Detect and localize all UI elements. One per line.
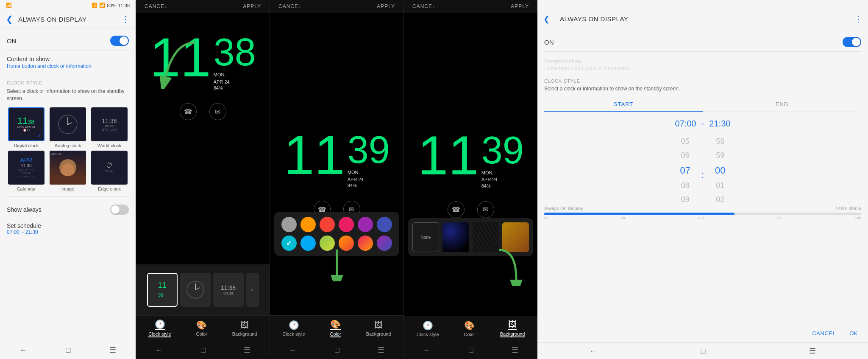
- nav-home-right[interactable]: □: [701, 347, 706, 356]
- nav-recent-p2[interactable]: ☰: [378, 345, 384, 355]
- color-cyan[interactable]: [281, 236, 297, 251]
- phone-icon-phone-3: ☎: [448, 201, 465, 218]
- content-to-show: Content to show Home button and clock or…: [7, 50, 129, 76]
- clock-day-1: MON, APR 24: [214, 71, 256, 85]
- toolbar-clock-style-3[interactable]: 🕐 Clock style: [416, 320, 439, 337]
- tab-end[interactable]: END: [703, 98, 861, 112]
- nav-back-right[interactable]: ←: [590, 347, 597, 356]
- back-icon[interactable]: ❮: [6, 14, 13, 24]
- time-dash: -: [701, 119, 704, 129]
- nav-back[interactable]: ←: [19, 346, 27, 355]
- clock-item-world[interactable]: 11:38 03:38 NYC · LON World clock: [90, 107, 129, 148]
- color-gray[interactable]: [281, 217, 297, 232]
- nav-bar-phone-3: ← □ ☰: [404, 341, 537, 359]
- toolbar-background-2[interactable]: 🖼 Background: [366, 320, 391, 337]
- settings-header: ❮ ALWAYS ON DISPLAY ⋮: [0, 11, 136, 28]
- right-ok-btn[interactable]: OK: [846, 328, 861, 338]
- color-pink[interactable]: [339, 217, 354, 232]
- apply-btn-1[interactable]: APPLY: [243, 3, 261, 9]
- right-on-toggle[interactable]: [843, 37, 861, 47]
- bg-none[interactable]: None: [412, 222, 439, 252]
- nav-recent-p3[interactable]: ☰: [512, 345, 518, 355]
- right-header: ❮ ALWAYS ON DISPLAY ⋮: [537, 8, 868, 30]
- clock-item-digital[interactable]: 1138 MON APR 24 ⏰ ✉ ✓ Digital clock: [7, 107, 46, 148]
- color-orange[interactable]: [300, 217, 316, 232]
- carousel-item-3[interactable]: 11:38 03:38: [213, 273, 244, 307]
- nav-recent-p1[interactable]: ☰: [244, 345, 250, 355]
- cancel-btn-2[interactable]: CANCEL: [278, 3, 302, 9]
- status-bar: 📶 📶 📶 80% 11:38: [0, 0, 136, 11]
- nav-home-p2[interactable]: □: [335, 346, 339, 355]
- toolbar-color-3[interactable]: 🎨 Color: [464, 320, 475, 337]
- clock-right-2: 39 MON, APR 24 84%: [348, 131, 390, 188]
- clock-item-image[interactable]: APR 24 Image: [48, 151, 87, 191]
- nav-recent[interactable]: ☰: [109, 345, 116, 355]
- toolbar-color-2[interactable]: 🎨 Color: [330, 319, 341, 337]
- tab-start[interactable]: START: [544, 98, 703, 112]
- svg-line-7: [195, 288, 200, 290]
- toolbar-background-3[interactable]: 🖼 Background: [500, 320, 525, 337]
- phone-panel-3: CANCEL APPLY 11 39 MON, APR 24 84% ☎ ✉ N…: [403, 0, 537, 359]
- time-end-display: 21:30: [709, 119, 730, 129]
- carousel-item-1[interactable]: 1138: [147, 273, 178, 307]
- schedule-label: Set schedule: [7, 222, 129, 229]
- right-panel: ❮ ALWAYS ON DISPLAY ⋮ ON Content to show…: [537, 0, 868, 359]
- phone-screen-3: 11 39 MON, APR 24 84% ☎ ✉ None: [404, 13, 537, 316]
- toolbar-clock-style-2[interactable]: 🕐 Clock style: [282, 320, 305, 337]
- clock-thumb-analog: [50, 107, 86, 141]
- clock-thumb-image: APR 24: [50, 151, 86, 185]
- nav-home-p1[interactable]: □: [201, 346, 206, 355]
- nav-back-p1[interactable]: ←: [155, 346, 163, 355]
- color-purple[interactable]: [358, 217, 373, 232]
- color-red[interactable]: [320, 217, 335, 232]
- right-bottom-buttons: CANCEL OK: [537, 324, 868, 342]
- green-arrow-3: [491, 248, 525, 286]
- color-pink-grad[interactable]: [358, 236, 373, 251]
- phone-top-bar-1: CANCEL APPLY: [136, 0, 270, 13]
- clock-item-analog[interactable]: Analog clock: [48, 107, 87, 148]
- nav-home-p3[interactable]: □: [469, 346, 473, 355]
- clock-right-3: 39 MON, APR 24 84%: [481, 131, 524, 188]
- nav-recent-right[interactable]: ☰: [809, 346, 816, 356]
- color-indigo[interactable]: [377, 217, 392, 232]
- apply-btn-3[interactable]: APPLY: [511, 3, 529, 9]
- minutes-column[interactable]: 58 59 00 01 02: [707, 135, 733, 202]
- on-toggle-switch[interactable]: [110, 36, 129, 46]
- right-more-icon[interactable]: ⋮: [854, 14, 862, 24]
- content-section-link[interactable]: Home button and clock or information: [7, 63, 129, 69]
- toolbar-background-1[interactable]: 🖼 Background: [232, 320, 257, 337]
- more-icon[interactable]: ⋮: [121, 14, 130, 24]
- phone-screen-1: 11 38 MON, APR 24 84% ☎ ✉ 1138: [136, 13, 270, 315]
- cancel-btn-1[interactable]: CANCEL: [145, 3, 168, 9]
- right-cancel-btn[interactable]: CANCEL: [809, 328, 839, 338]
- cancel-btn-3[interactable]: CANCEL: [412, 3, 436, 9]
- color-purple-grad[interactable]: [377, 236, 392, 251]
- right-back-icon[interactable]: ❮: [543, 14, 550, 24]
- show-always-toggle[interactable]: [110, 205, 129, 215]
- schedule-row[interactable]: Set schedule 07:00 ~ 21:30: [7, 219, 129, 238]
- status-wifi: 📶: [6, 3, 12, 8]
- nav-back-p3[interactable]: ←: [423, 346, 431, 355]
- phone-icon-mail: ✉: [209, 103, 226, 120]
- clock-item-edge[interactable]: ⏱ Edge Edge clock: [90, 151, 129, 191]
- bg-hex1[interactable]: [442, 222, 469, 252]
- big-min-3: 39: [481, 131, 524, 169]
- carousel-item-4[interactable]: ▶: [246, 273, 259, 307]
- content-overlay: [544, 52, 861, 74]
- clock-thumb-calendar: APR 11 38 S M T W T F S· · · 1 2 3 45 6 …: [8, 151, 45, 185]
- nav-home[interactable]: □: [66, 346, 71, 355]
- nav-back-p2[interactable]: ←: [289, 346, 297, 355]
- digital-preview: 1138: [17, 116, 35, 126]
- right-toggle-row: ON: [544, 35, 861, 52]
- carousel-item-2[interactable]: [180, 273, 211, 307]
- hour-07: 07: [673, 163, 698, 179]
- time-range-display: 07:00 - 21:30: [544, 116, 861, 131]
- apply-btn-2[interactable]: APPLY: [377, 3, 395, 9]
- clock-item-calendar[interactable]: APR 11 38 S M T W T F S· · · 1 2 3 45 6 …: [7, 151, 46, 191]
- hour-05: 05: [673, 135, 698, 149]
- clock-display-2: 11 39 MON, APR 24 84%: [284, 127, 390, 188]
- toolbar-color-1[interactable]: 🎨 Color: [196, 320, 207, 337]
- color-blue[interactable]: [300, 236, 316, 251]
- hours-column[interactable]: 05 06 07 08 09: [673, 135, 698, 202]
- toolbar-clock-style-1[interactable]: 🕐 Clock style: [148, 319, 171, 337]
